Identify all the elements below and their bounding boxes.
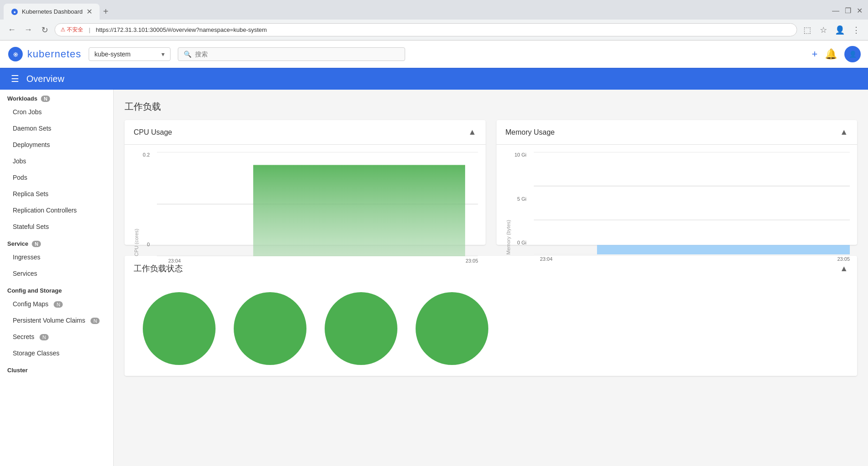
memory-x-axis: 23:04 23:05 xyxy=(504,254,850,262)
browser-nav: ← → ↻ ⚠ 不安全 | https://172.31.3.101:30005… xyxy=(0,20,868,40)
sidebar-section-workloads[interactable]: Workloads N xyxy=(0,90,113,104)
cpu-x-axis: 23:04 23:05 xyxy=(132,256,478,263)
memory-chart-svg xyxy=(534,152,850,254)
page-title: Overview xyxy=(26,74,64,84)
close-tab-button[interactable]: ✕ xyxy=(86,7,92,16)
url-separator: | xyxy=(89,26,90,33)
workloads-section-title: 工作负载 xyxy=(125,101,857,113)
close-window-button[interactable]: ✕ xyxy=(855,6,864,15)
sidebar-item-ingresses[interactable]: Ingresses xyxy=(0,249,113,265)
minimize-button[interactable]: — xyxy=(830,7,841,15)
app-header: ⎈ kubernetes kube-system ▾ 🔍 + 🔔 👤 xyxy=(0,41,868,68)
search-input[interactable] xyxy=(195,51,399,58)
config-maps-badge: N xyxy=(54,301,63,308)
sidebar-item-replication-controllers[interactable]: Replication Controllers xyxy=(0,202,113,218)
restore-button[interactable]: ❐ xyxy=(843,6,853,15)
charts-row: CPU Usage ▲ CPU (cores) 0.2 xyxy=(125,120,857,245)
cpu-card-title: CPU Usage xyxy=(134,128,172,137)
status-circle-3 xyxy=(325,292,397,365)
sidebar-item-deployments[interactable]: Deployments xyxy=(0,137,113,153)
k8s-logo-text: kubernetes xyxy=(27,48,81,60)
extensions-button[interactable]: ⬚ xyxy=(801,24,813,36)
new-tab-button[interactable]: + xyxy=(100,5,112,19)
memory-x-start: 23:04 xyxy=(540,256,553,262)
status-circle-4 xyxy=(416,292,488,365)
cpu-chart-area: CPU (cores) 0.2 0 xyxy=(132,152,478,256)
cpu-x-end: 23:05 xyxy=(466,258,478,263)
active-tab[interactable]: ⎈ Kubernetes Dashboard ✕ xyxy=(4,4,100,20)
namespace-arrow: ▾ xyxy=(161,51,165,58)
sidebar-section-config[interactable]: Config and Storage xyxy=(0,282,113,296)
cpu-chart-plot xyxy=(157,152,478,256)
page-banner: ☰ Overview xyxy=(0,68,868,90)
workloads-badge: N xyxy=(41,96,50,102)
tab-favicon: ⎈ xyxy=(11,8,18,15)
bookmark-button[interactable]: ☆ xyxy=(817,24,830,36)
memory-y-top: 10 Gi xyxy=(515,152,527,157)
memory-usage-card: Memory Usage ▲ Memory (bytes) 10 Gi xyxy=(497,120,858,245)
config-label: Config and Storage xyxy=(7,287,62,294)
cluster-label: Cluster xyxy=(7,367,28,374)
cpu-y-label: CPU (cores) xyxy=(132,152,139,256)
cpu-y-max: 0.2 xyxy=(143,152,150,157)
status-card: 工作负载状态 ▲ xyxy=(125,256,857,376)
sidebar-item-pvc[interactable]: Persistent Volume Claims N xyxy=(0,312,113,329)
sidebar-item-daemon-sets[interactable]: Daemon Sets xyxy=(0,120,113,137)
address-bar[interactable]: ⚠ 不安全 | https://172.31.3.101:30005/#/ove… xyxy=(55,23,797,36)
memory-y-bot: 0 Gi xyxy=(517,240,527,245)
notifications-button[interactable]: 🔔 xyxy=(825,48,837,60)
avatar-icon: 👤 xyxy=(849,51,857,58)
browser-chrome: ⎈ Kubernetes Dashboard ✕ + — ❐ ✕ ← → ↻ ⚠… xyxy=(0,0,868,41)
sidebar-section-service[interactable]: Service N xyxy=(0,235,113,249)
sidebar-item-storage-classes[interactable]: Storage Classes xyxy=(0,345,113,361)
security-warning: ⚠ 不安全 xyxy=(60,26,83,34)
forward-button[interactable]: → xyxy=(22,24,35,36)
more-button[interactable]: ⋮ xyxy=(850,24,863,36)
menu-icon[interactable]: ☰ xyxy=(11,73,19,84)
namespace-selector[interactable]: kube-system ▾ xyxy=(89,47,171,61)
memory-card-header: Memory Usage ▲ xyxy=(497,120,858,145)
cpu-card-header: CPU Usage ▲ xyxy=(125,120,486,145)
memory-collapse-button[interactable]: ▲ xyxy=(840,127,848,137)
reload-button[interactable]: ↻ xyxy=(38,24,51,36)
sidebar-item-pods[interactable]: Pods xyxy=(0,169,113,186)
sidebar-item-config-maps[interactable]: Config Maps N xyxy=(0,296,113,312)
add-button[interactable]: + xyxy=(812,48,818,60)
memory-chart-plot xyxy=(534,152,850,254)
user-avatar[interactable]: 👤 xyxy=(844,46,861,62)
sidebar-item-replica-sets[interactable]: Replica Sets xyxy=(0,186,113,202)
cpu-usage-card: CPU Usage ▲ CPU (cores) 0.2 xyxy=(125,120,486,245)
sidebar: Workloads N Cron Jobs Daemon Sets Deploy… xyxy=(0,90,114,466)
cpu-y-min: 0 xyxy=(147,242,150,247)
memory-chart-body: Memory (bytes) 10 Gi 5 Gi 0 Gi xyxy=(497,145,858,245)
status-circles xyxy=(125,281,857,376)
search-bar[interactable]: 🔍 xyxy=(178,47,405,61)
svg-text:⎈: ⎈ xyxy=(13,50,18,59)
sidebar-section-cluster[interactable]: Cluster xyxy=(0,361,113,375)
service-label: Service xyxy=(7,240,28,247)
sidebar-item-stateful-sets[interactable]: Stateful Sets xyxy=(0,218,113,235)
namespace-value: kube-system xyxy=(95,51,130,58)
pvc-badge: N xyxy=(90,318,100,324)
workloads-label: Workloads xyxy=(7,95,37,102)
profile-button[interactable]: 👤 xyxy=(833,24,846,36)
header-actions: + 🔔 👤 xyxy=(812,46,861,62)
svg-marker-7 xyxy=(253,165,465,256)
k8s-logo-icon: ⎈ xyxy=(7,46,24,62)
memory-chart: Memory (bytes) 10 Gi 5 Gi 0 Gi xyxy=(504,152,850,238)
service-badge: N xyxy=(32,241,41,247)
memory-x-end: 23:05 xyxy=(837,256,850,262)
sidebar-item-cron-jobs[interactable]: Cron Jobs xyxy=(0,104,113,120)
sidebar-item-services[interactable]: Services xyxy=(0,265,113,282)
sidebar-item-jobs[interactable]: Jobs xyxy=(0,153,113,169)
status-collapse-button[interactable]: ▲ xyxy=(840,264,848,274)
cpu-x-start: 23:04 xyxy=(168,258,181,263)
cpu-collapse-button[interactable]: ▲ xyxy=(468,127,477,137)
memory-y-mid: 5 Gi xyxy=(517,196,527,202)
status-circle-2 xyxy=(234,292,306,365)
memory-card-title: Memory Usage xyxy=(506,128,555,137)
status-circle-1 xyxy=(143,292,216,365)
sidebar-item-secrets[interactable]: Secrets N xyxy=(0,329,113,345)
cpu-chart-svg xyxy=(157,152,478,256)
back-button[interactable]: ← xyxy=(5,24,18,36)
